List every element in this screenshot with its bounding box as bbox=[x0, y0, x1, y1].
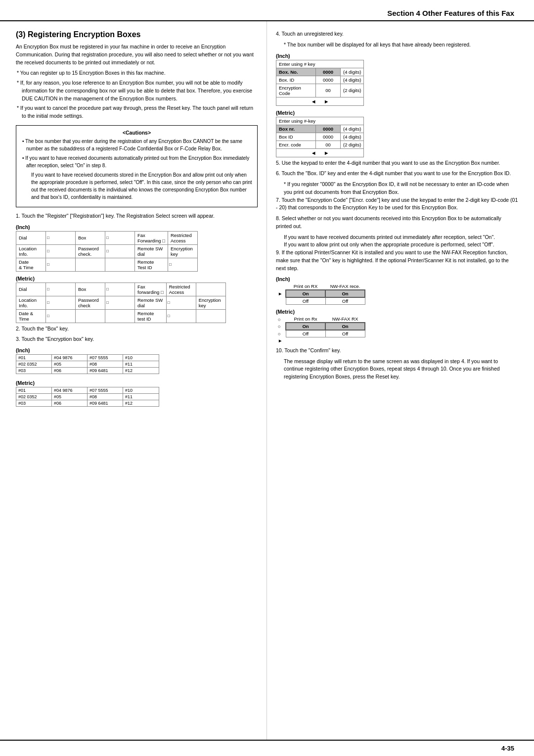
enc-cell-m11[interactable]: #11 bbox=[123, 394, 159, 400]
rx-inch-on1-button[interactable]: On bbox=[286, 290, 325, 297]
reg-inch-password[interactable]: Passwordcheck. bbox=[76, 244, 105, 258]
key-entry-inch: Enter using # key Box. No. 0000 (4 digit… bbox=[276, 60, 364, 106]
key-entry-inch-boxid-label[interactable]: Box. ID bbox=[276, 76, 316, 84]
key-entry-metric-arrows[interactable]: ◄ ► bbox=[276, 148, 364, 157]
key-entry-metric-encrcode-note: (2 digits) bbox=[341, 141, 364, 148]
rx-metric-off1-button[interactable]: Off bbox=[286, 330, 325, 337]
enc-row-m1: #01 #04 9876 #07 5555 #10 bbox=[16, 387, 159, 394]
enc-cell-02[interactable]: #02 0352 bbox=[16, 361, 52, 367]
rx-inch-on2-button[interactable]: On bbox=[325, 290, 365, 297]
enc-row-m3: #03 #06 #09 6481 #12 bbox=[16, 400, 159, 406]
rx-metric-off2-button[interactable]: Off bbox=[325, 330, 365, 337]
reg-metric-encryption[interactable]: Encryptionkey bbox=[196, 296, 225, 309]
reg-inch-box[interactable]: Box bbox=[76, 231, 105, 244]
enc-cell-11[interactable]: #11 bbox=[123, 361, 159, 367]
enc-cell-m07[interactable]: #07 5555 bbox=[88, 387, 123, 393]
reg-metric-remote-sw[interactable]: Remote SWdial bbox=[135, 296, 167, 309]
enc-cell-m04[interactable]: #04 9876 bbox=[52, 387, 88, 393]
reg-inch-remote-sw[interactable]: Remote SWdial bbox=[135, 244, 168, 258]
rx-inch-off2-button[interactable]: Off bbox=[325, 297, 365, 305]
header-title: Section 4 Other Features of this Fax bbox=[387, 9, 514, 17]
reg-metric-fax-fwd[interactable]: Faxforwarding □ bbox=[135, 283, 167, 296]
reg-inch-remote-testid[interactable]: RemoteTest ID bbox=[135, 258, 168, 271]
key-entry-metric-boxnr-label: Box nr. bbox=[276, 125, 316, 133]
rx-metric-table: ○ Print on Rx NW-FAX RX ○ On On ○ Off Of… bbox=[276, 316, 365, 344]
bullet-1: * You can register up to 15 Encryption B… bbox=[16, 69, 258, 77]
key-entry-inch-boxid-value[interactable]: 0000 bbox=[316, 76, 341, 84]
key-entry-inch-boxno-note: (4 digits) bbox=[341, 68, 364, 76]
rx-metric-col2-header: NW-FAX RX bbox=[325, 316, 365, 323]
reg-inch-fax-fwd[interactable]: FaxForwarding □ bbox=[135, 231, 168, 244]
key-entry-metric-boxid-label[interactable]: Box ID bbox=[276, 133, 316, 141]
right-inch-label-2: (Inch) bbox=[276, 276, 518, 282]
enc-cell-07[interactable]: #07 5555 bbox=[88, 355, 123, 361]
key-entry-inch-enccode-label[interactable]: EncryptionCode bbox=[276, 84, 316, 97]
rx-metric-arrow: ► bbox=[276, 337, 286, 344]
enc-row-2: #02 0352 #05 #08 #11 bbox=[16, 361, 159, 368]
reg-inch-datetime[interactable]: Date& Time bbox=[16, 258, 46, 271]
reg-metric-password[interactable]: Passwordcheck bbox=[76, 296, 105, 309]
key-entry-metric-encrcode-label[interactable]: Encr. code bbox=[276, 141, 316, 148]
section-title: (3) Registering Encryption Boxes bbox=[16, 30, 258, 39]
reg-metric-box[interactable]: Box bbox=[76, 283, 105, 296]
enc-cell-08[interactable]: #08 bbox=[88, 361, 123, 367]
step-6-text: 6. Touch the "Box. ID" key and enter the… bbox=[276, 170, 518, 178]
reg-inch-dial[interactable]: Dial bbox=[16, 231, 46, 244]
main-content: (3) Registering Encryption Boxes An Encr… bbox=[0, 21, 534, 740]
enc-cell-10[interactable]: #10 bbox=[123, 355, 159, 361]
left-column: (3) Registering Encryption Boxes An Encr… bbox=[0, 21, 267, 740]
key-entry-inch-arrows[interactable]: ◄ ► bbox=[276, 97, 364, 105]
enc-cell-m03[interactable]: #03 bbox=[16, 400, 52, 406]
rx-metric-spacer1: ○ bbox=[276, 316, 286, 323]
key-entry-metric-title: Enter using #-key bbox=[276, 117, 364, 125]
enc-cell-m09[interactable]: #09 6481 bbox=[88, 400, 123, 406]
enc-cell-05[interactable]: #05 bbox=[52, 361, 88, 367]
enc-cell-m02[interactable]: #02 0352 bbox=[16, 394, 52, 400]
key-entry-inch-title: Enter using # key bbox=[276, 60, 364, 68]
enc-cell-03[interactable]: #03 bbox=[16, 368, 52, 374]
key-entry-metric-boxnr-value[interactable]: 0000 bbox=[316, 125, 341, 133]
step-3-text: 3. Touch the "Encryption box" key. bbox=[16, 335, 258, 343]
metric-label-2: (Metric) bbox=[16, 380, 258, 386]
rx-metric-spacer2: ○ bbox=[276, 323, 286, 330]
reg-metric-dial[interactable]: Dial bbox=[16, 283, 46, 296]
reg-metric-restricted[interactable]: RestrictedAccess bbox=[166, 283, 196, 296]
key-entry-inch-enccode-note: (2 digits) bbox=[341, 84, 364, 97]
enc-cell-m10[interactable]: #10 bbox=[123, 387, 159, 393]
enc-cell-06[interactable]: #06 bbox=[52, 368, 88, 374]
reg-metric-location[interactable]: LocationInfo. bbox=[16, 296, 46, 309]
key-entry-inch-boxno-value[interactable]: 0000 bbox=[316, 68, 341, 76]
key-entry-inch-enccode-value[interactable]: 00 bbox=[316, 84, 341, 97]
step-8-detail2: If you want to allow print out only when… bbox=[276, 241, 518, 249]
step-6-note: * If you register "0000" as the Encrypti… bbox=[276, 181, 518, 196]
caution-item-3: If you want to have received documents s… bbox=[21, 171, 252, 201]
rx-inch-off1-button[interactable]: Off bbox=[286, 297, 325, 305]
caution-item-2: • If you want to have received documents… bbox=[21, 154, 252, 169]
reg-metric-datetime[interactable]: Date &Time bbox=[16, 309, 46, 323]
key-entry-metric-boxid-value[interactable]: 0000 bbox=[316, 133, 341, 141]
enc-cell-m06[interactable]: #06 bbox=[52, 400, 88, 406]
enc-cell-01[interactable]: #01 bbox=[16, 355, 52, 361]
step-9-text: 9. If the optional Printer/Scanner Kit i… bbox=[276, 249, 518, 272]
key-entry-metric-boxnr-note: (4 digits) bbox=[341, 125, 364, 133]
enc-cell-m12[interactable]: #12 bbox=[123, 400, 159, 406]
enc-cell-12[interactable]: #12 bbox=[123, 368, 159, 374]
right-metric-label-2: (Metric) bbox=[276, 309, 518, 315]
enc-cell-m01[interactable]: #01 bbox=[16, 387, 52, 393]
enc-cell-09[interactable]: #09 6481 bbox=[88, 368, 123, 374]
rx-metric-on1-button[interactable]: On bbox=[286, 323, 325, 330]
metric-label-1: (Metric) bbox=[16, 276, 258, 282]
reg-inch-location[interactable]: LocationInfo. bbox=[16, 244, 46, 258]
reg-inch-encryption[interactable]: Encryptionkey bbox=[168, 244, 197, 258]
enc-cell-m05[interactable]: #05 bbox=[52, 394, 88, 400]
page-header: Section 4 Other Features of this Fax bbox=[0, 0, 534, 21]
enc-cell-m08[interactable]: #08 bbox=[88, 394, 123, 400]
enc-cell-04[interactable]: #04 9876 bbox=[52, 355, 88, 361]
reg-metric-remote-testid[interactable]: Remotetest ID bbox=[135, 309, 167, 323]
step-10-detail: The message display will return to the s… bbox=[276, 358, 518, 381]
reg-inch-restricted[interactable]: RestrictedAccess bbox=[168, 231, 197, 244]
key-entry-metric-encrcode-value[interactable]: 00 bbox=[316, 141, 341, 148]
rx-metric-on2-button[interactable]: On bbox=[325, 323, 365, 330]
key-entry-metric: Enter using #-key Box nr. 0000 (4 digits… bbox=[276, 117, 364, 157]
inch-label-2: (Inch) bbox=[16, 347, 258, 353]
